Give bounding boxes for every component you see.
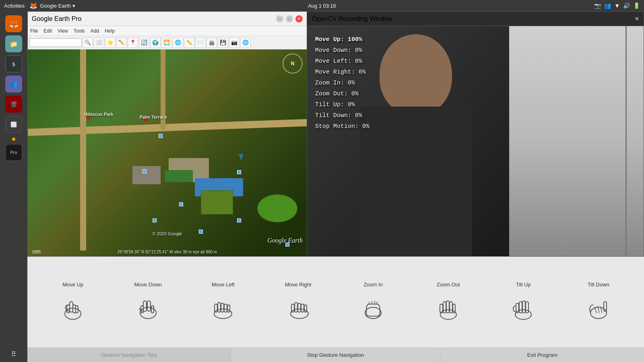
top-section: Google Earth Pro — □ × File Edit View To… [27, 11, 644, 257]
main-content: Google Earth Pro — □ × File Edit View To… [27, 11, 644, 362]
gesture-item-zoom-out: Zoom Out [432, 282, 464, 323]
stat-zoom-in: Zoom In: 0% [315, 78, 369, 88]
gesture-label-move-up: Move Up [62, 282, 83, 288]
svg-rect-19 [218, 302, 221, 312]
gesture-icon-tilt-down [582, 291, 615, 323]
bottom-toolbar: Gesture Navigation Tips Stop Gesture Nav… [27, 348, 644, 362]
sidebar-item-teams[interactable]: 👥 [5, 76, 22, 93]
stat-tilt-down: Tilt Down: 0% [315, 110, 369, 121]
map-coords: 29°38'58.36" N 82°21'25.41" W elev 38 m … [118, 250, 217, 254]
svg-rect-22 [227, 305, 230, 312]
svg-rect-10 [73, 305, 76, 313]
gesture-icon-zoom-out [432, 291, 464, 323]
menu-file[interactable]: File [30, 28, 38, 34]
ge-map[interactable]: Hibiscus Park Palm Terrace N [28, 49, 307, 256]
stat-move-down: Move Down: 0% [315, 45, 369, 56]
sidebar-item-screenshot[interactable]: ⬜ [5, 116, 22, 133]
toolbar-btn-save[interactable]: 💾 [218, 37, 228, 48]
stat-tilt-up: Tilt Up: 0% [315, 99, 369, 110]
sidebar-item-media[interactable]: 🎬 [5, 96, 22, 113]
ge-menubar: File Edit View Tools Add Help [28, 26, 307, 36]
toolbar-btn-3[interactable]: 📍 [128, 37, 138, 48]
toolbar-btn-1[interactable]: ⬜ [94, 37, 104, 48]
gesture-icon-move-right [282, 291, 314, 323]
gesture-label-move-down: Move Down [134, 282, 162, 288]
sidebar-item-files[interactable]: 📁 [5, 35, 22, 52]
gesture-item-move-left: Move Left [207, 282, 239, 323]
system-tray: 📷 👥 ▼ 🔊 🔋 [594, 2, 640, 9]
toolbar-btn-2[interactable]: ✏️ [116, 37, 127, 48]
svg-rect-42 [519, 302, 522, 313]
system-bar: Activities 🦊 Google Earth ▾ Aug 1 03:16 … [0, 0, 644, 11]
menu-help[interactable]: Help [105, 28, 115, 34]
activities-label[interactable]: Activities [4, 3, 25, 9]
stat-move-left: Move Left: 0% [315, 56, 369, 67]
opencv-titlebar: OpenCV Recording Window × [307, 12, 644, 26]
toolbar-btn-4[interactable]: 🔄 [139, 37, 149, 48]
stop-gesture-button[interactable]: Stop Gesture Navigation [231, 348, 441, 362]
window-controls: — □ × [276, 15, 303, 23]
opencv-title: OpenCV Recording Window [312, 15, 392, 23]
toolbar-btn-photo[interactable]: 📷 [229, 37, 239, 48]
stat-move-right: Move Right: 0% [315, 67, 369, 78]
ge-titlebar: Google Earth Pro — □ × [28, 12, 307, 26]
map-year: 1995 [32, 250, 41, 254]
toolbar-btn-star[interactable]: ⭐ [105, 37, 116, 48]
ge-search-input[interactable] [29, 38, 82, 47]
gesture-icon-tilt-up [507, 291, 539, 323]
menu-view[interactable]: View [58, 28, 68, 34]
teams-icon: 👥 [604, 2, 611, 9]
gesture-icon-move-down [132, 291, 164, 323]
svg-rect-11 [76, 306, 78, 313]
sidebar-item-pro[interactable]: Pro [5, 144, 22, 161]
gesture-label-tilt-down: Tilt Down [588, 282, 609, 288]
close-button[interactable]: × [295, 15, 303, 23]
ge-toolbar: 🔍 ⬜ ⭐ ✏️ 📍 🔄 🌍 🌅 🌐 📏 ✉️ 🖨️ 💾 📷 🌐 [28, 36, 307, 49]
exit-program-button[interactable]: Exit Program [440, 348, 644, 362]
menu-tools[interactable]: Tools [74, 28, 85, 34]
svg-rect-27 [301, 304, 304, 312]
stat-zoom-out: Zoom Out: 0% [315, 88, 369, 99]
sidebar-notification-dot [12, 138, 15, 141]
left-sidebar: 🦊 📁 $ 👥 🎬 ⬜ Pro ⠿ [0, 11, 27, 362]
gesture-item-zoom-in: Zoom In [357, 282, 389, 323]
toolbar-btn-print[interactable]: 🖨️ [206, 37, 217, 48]
svg-point-17 [214, 309, 232, 319]
sidebar-item-firefox[interactable]: 🦊 [5, 15, 22, 32]
wifi-icon: ▼ [614, 2, 620, 9]
gesture-item-move-right: Move Right [282, 282, 314, 323]
map-compass: N [283, 53, 303, 74]
sidebar-item-terminal[interactable]: $ [5, 56, 22, 72]
svg-point-23 [291, 309, 308, 319]
toolbar-btn-7[interactable]: 🌐 [173, 37, 183, 48]
opencv-close[interactable]: × [635, 15, 639, 23]
gesture-grid: Move Up Move Down [27, 257, 644, 348]
map-copyright: © 2020 Google [152, 231, 182, 236]
minimize-button[interactable]: — [276, 15, 283, 23]
gesture-item-tilt-up: Tilt Up [507, 282, 539, 323]
gesture-item-move-up: Move Up [57, 282, 89, 323]
menu-add[interactable]: Add [91, 28, 99, 34]
camera-icon: 📷 [594, 2, 601, 9]
toolbar-btn-email[interactable]: ✉️ [195, 37, 206, 48]
toolbar-btn-earth[interactable]: 🌐 [240, 37, 251, 48]
toolbar-btn-ruler[interactable]: 📏 [184, 37, 194, 48]
search-button[interactable]: 🔍 [83, 37, 93, 48]
map-label-hibiscus: Hibiscus Park [84, 112, 114, 117]
svg-rect-25 [295, 302, 297, 312]
menu-edit[interactable]: Edit [43, 28, 52, 34]
maximize-button[interactable]: □ [286, 15, 293, 23]
svg-rect-14 [147, 301, 151, 311]
firefox-icon[interactable]: 🦊 [29, 2, 37, 10]
svg-rect-20 [221, 303, 224, 312]
sidebar-app-grid[interactable]: ⠿ [11, 350, 16, 358]
toolbar-btn-5[interactable]: 🌍 [150, 37, 161, 48]
svg-point-29 [365, 307, 381, 319]
stat-move-up: Move Up: 100% [315, 34, 369, 45]
volume-icon: 🔊 [623, 2, 630, 9]
toolbar-btn-6[interactable]: 🌅 [161, 37, 172, 48]
gesture-label-zoom-in: Zoom In [363, 282, 383, 288]
svg-rect-43 [522, 301, 525, 313]
svg-rect-37 [446, 301, 449, 313]
gesture-tips-button[interactable]: Gesture Navigation Tips [27, 348, 231, 362]
